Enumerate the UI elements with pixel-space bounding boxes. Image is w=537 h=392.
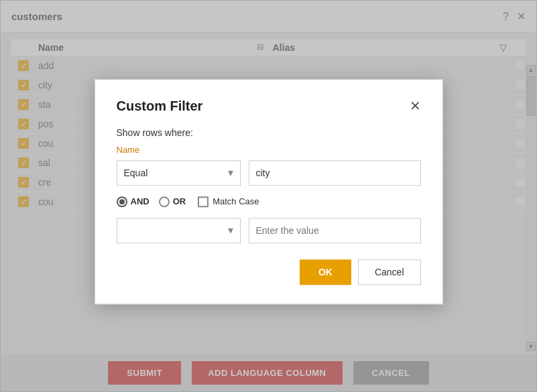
second-dropdown-arrow: ▾ <box>228 224 233 237</box>
modal-buttons: OK Cancel <box>117 259 421 285</box>
radio-group: AND OR <box>117 196 186 207</box>
condition-dropdown-arrow: ▾ <box>228 166 233 179</box>
first-filter-row: Equal ▾ <box>117 160 421 186</box>
or-radio[interactable]: OR <box>159 196 186 207</box>
second-filter-value-input[interactable] <box>249 218 421 243</box>
and-label: AND <box>131 196 150 206</box>
logic-row: AND OR Match Case <box>117 196 421 207</box>
modal-title: Custom Filter <box>117 99 203 114</box>
second-condition-dropdown[interactable]: ▾ <box>117 218 241 243</box>
cancel-button[interactable]: Cancel <box>358 259 421 285</box>
or-label: OR <box>173 196 186 206</box>
app-window: customers ? ✕ Name ⊟ Alias ▽ ✓ add <box>0 0 537 392</box>
and-radio-inner <box>119 199 125 204</box>
match-case-checkbox[interactable]: Match Case <box>198 196 259 207</box>
second-filter-row: ▾ <box>117 218 421 243</box>
modal-close-button[interactable]: ✕ <box>410 99 421 113</box>
match-case-box <box>198 196 208 207</box>
match-case-label: Match Case <box>213 196 259 206</box>
and-radio-outer <box>117 196 127 207</box>
filter-value-input[interactable] <box>249 160 421 186</box>
and-radio[interactable]: AND <box>117 196 150 207</box>
condition-value: Equal <box>124 168 148 178</box>
custom-filter-dialog: Custom Filter ✕ Show rows where: Name Eq… <box>95 79 443 304</box>
field-label: Name <box>117 145 421 155</box>
modal-header: Custom Filter ✕ <box>117 99 421 114</box>
modal-subtitle: Show rows where: <box>117 127 421 138</box>
ok-button[interactable]: OK <box>300 259 351 285</box>
or-radio-outer <box>159 196 170 207</box>
condition-dropdown[interactable]: Equal ▾ <box>117 160 241 186</box>
